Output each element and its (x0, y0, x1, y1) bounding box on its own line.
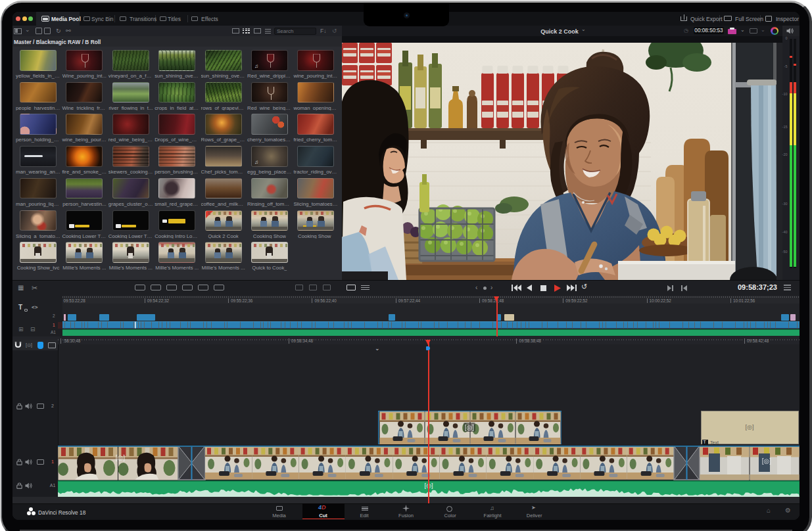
svg-text:[◎]: [◎] (464, 424, 474, 431)
svg-text:[◎]: [◎] (762, 457, 772, 465)
svg-text:[◎]: [◎] (116, 454, 126, 461)
